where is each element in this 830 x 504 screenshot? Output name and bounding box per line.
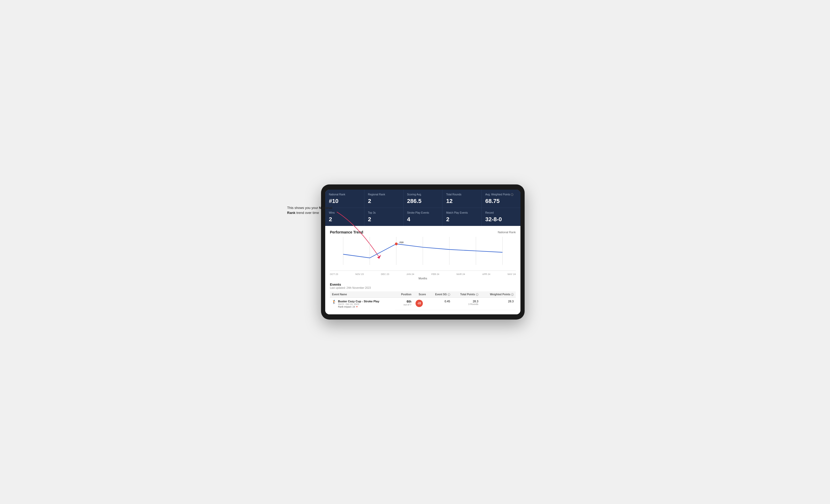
x-label-jan24: JAN 24 <box>406 273 414 275</box>
position-sub: out of 7 <box>397 303 411 306</box>
events-section: Events Last updated: 24th November 2023 … <box>330 282 516 310</box>
chart-marker-label: #10 <box>400 240 403 243</box>
rank-impact: Rank Impact: 24 ▼ <box>338 305 379 308</box>
total-rounds: 3 Rounds <box>454 303 478 305</box>
stat-total-rounds: Total Rounds 12 <box>442 190 481 208</box>
stat-avg-weighted-label: Avg. Weighted Points i <box>485 193 517 196</box>
td-score: -22 <box>413 297 428 310</box>
stat-match-play-label: Match Play Events <box>446 211 478 214</box>
x-label-apr24: APR 24 <box>482 273 490 275</box>
stat-avg-weighted-value: 68.75 <box>485 198 517 204</box>
perf-trend-subtitle: National Rank <box>498 231 516 234</box>
th-event-sg: Event SG i <box>428 292 452 298</box>
td-weighted-points: 28.3 <box>480 297 516 310</box>
stat-stroke-play-label: Stroke Play Events <box>407 211 439 214</box>
chart-marker-dot <box>395 242 397 245</box>
events-table: Event Name Position Score Event SG i Tot… <box>330 292 516 310</box>
chart-svg: #10 <box>330 237 516 271</box>
rank-arrow: ▼ <box>356 305 358 308</box>
th-position: Position <box>395 292 413 298</box>
total-points-info-icon: i <box>476 293 478 296</box>
tablet-frame: National Rank #10 Regional Rank 2 Scorin… <box>321 184 524 320</box>
event-sg-info-icon: i <box>448 293 450 296</box>
stat-record: Record 32-8-0 <box>482 208 520 226</box>
chart-container: #10 <box>330 237 516 271</box>
stat-record-value: 32-8-0 <box>485 216 517 223</box>
stat-wins-value: 2 <box>329 216 360 223</box>
stat-regional-rank: Regional Rank 2 <box>364 190 403 208</box>
td-total-points: 28.3 3 Rounds <box>452 297 480 310</box>
annotation: This shows you your National Rank trend … <box>287 205 339 215</box>
stat-stroke-play-events: Stroke Play Events 4 <box>404 208 442 226</box>
th-total-points: Total Points i <box>452 292 480 298</box>
x-label-mar24: MAR 24 <box>456 273 465 275</box>
event-date: Oct 9 - Oct 10, 2023 <box>338 303 379 305</box>
event-details: Buster Cozy Cup - Stroke Play Oct 9 - Oc… <box>338 300 379 308</box>
event-name: Buster Cozy Cup - Stroke Play <box>338 300 379 303</box>
total-points-value: 28.3 <box>454 300 478 303</box>
stat-national-rank-label: National Rank <box>329 193 360 196</box>
stat-total-rounds-label: Total Rounds <box>446 193 478 196</box>
chart-x-axis-title: Months <box>330 277 516 280</box>
x-label-feb24: FEB 24 <box>432 273 439 275</box>
stat-scoring-avg-value: 286.5 <box>407 198 439 204</box>
position-value: 6th <box>397 300 411 303</box>
stat-scoring-avg-label: Scoring Avg. <box>407 193 439 196</box>
x-label-oct23: OCT 23 <box>330 273 338 275</box>
stat-national-rank: National Rank #10 <box>325 190 364 208</box>
stat-stroke-play-value: 4 <box>407 216 439 223</box>
chart-x-labels: OCT 23 NOV 23 DEC 23 JAN 24 FEB 24 MAR 2… <box>330 272 516 276</box>
weighted-points-info-icon: i <box>511 293 514 296</box>
avg-weighted-info-icon: i <box>511 193 513 196</box>
td-event-sg: 0.45 <box>428 297 452 310</box>
x-label-dec23: DEC 23 <box>381 273 389 275</box>
stat-scoring-avg: Scoring Avg. 286.5 <box>404 190 442 208</box>
perf-trend-title: Performance Trend <box>330 230 363 234</box>
perf-trend-header: Performance Trend National Rank <box>330 230 516 234</box>
stat-match-play-events: Match Play Events 2 <box>442 208 481 226</box>
events-title: Events <box>330 282 516 287</box>
stat-regional-rank-value: 2 <box>368 198 400 204</box>
stat-top3s-label: Top 3s <box>368 211 400 214</box>
stat-avg-weighted-points: Avg. Weighted Points i 68.75 <box>482 190 520 208</box>
content-area: Performance Trend National Rank <box>325 226 520 314</box>
x-label-may24: MAY 24 <box>508 273 516 275</box>
events-last-updated: Last updated: 24th November 2023 <box>330 287 516 289</box>
stat-regional-rank-label: Regional Rank <box>368 193 400 196</box>
table-row: 🏌 Buster Cozy Cup - Stroke Play Oct 9 - … <box>330 297 516 310</box>
td-event-info: 🏌 Buster Cozy Cup - Stroke Play Oct 9 - … <box>330 298 395 310</box>
th-score: Score <box>413 292 428 298</box>
stat-top3s: Top 3s 2 <box>364 208 403 226</box>
stats-grid-row1: National Rank #10 Regional Rank 2 Scorin… <box>325 190 520 208</box>
th-weighted-points: Weighted Points i <box>480 292 516 298</box>
tablet-screen: National Rank #10 Regional Rank 2 Scorin… <box>325 190 520 314</box>
score-badge: -22 <box>416 300 423 307</box>
stat-national-rank-value: #10 <box>329 198 360 204</box>
th-event-name: Event Name <box>330 292 395 298</box>
outer-wrapper: This shows you your National Rank trend … <box>287 184 543 320</box>
stat-match-play-value: 2 <box>446 216 478 223</box>
stat-record-label: Record <box>485 211 517 214</box>
x-label-nov23: NOV 23 <box>355 273 363 275</box>
stats-grid-row2: Wins 2 Top 3s 2 Stroke Play Events 4 Mat… <box>325 208 520 226</box>
annotation-text: This shows you your National Rank trend … <box>287 206 332 215</box>
events-table-header-row: Event Name Position Score Event SG i Tot… <box>330 292 516 298</box>
event-icon: 🏌 <box>332 300 337 304</box>
stat-total-rounds-value: 12 <box>446 198 478 204</box>
td-position: 6th out of 7 <box>395 297 413 310</box>
stat-top3s-value: 2 <box>368 216 400 223</box>
